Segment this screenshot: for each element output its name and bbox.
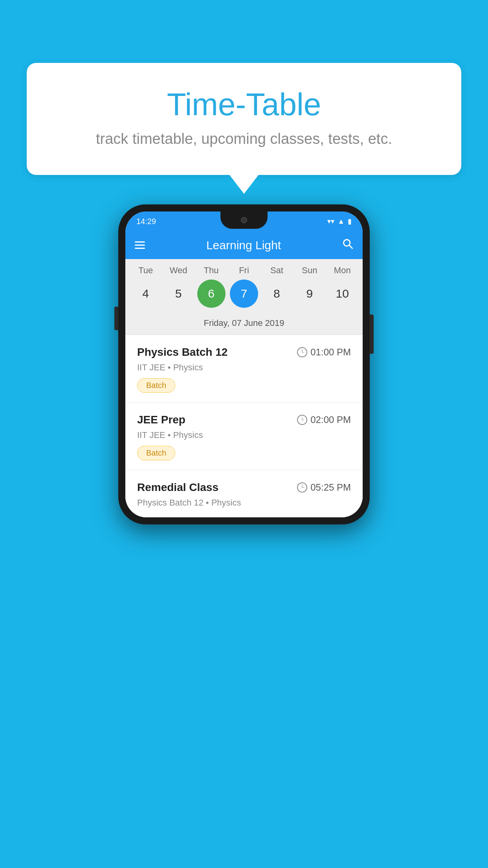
day-header-mon: Mon <box>328 265 356 276</box>
day-header-wed: Wed <box>164 265 193 276</box>
schedule-list: Physics Batch 12 01:00 PM IIT JEE • Phys… <box>125 335 363 517</box>
day-headers: Tue Wed Thu Fri Sat Sun Mon <box>125 265 363 280</box>
day-numbers: 4 5 6 7 8 9 10 <box>125 280 363 314</box>
bubble-title: Time-Table <box>58 86 430 123</box>
phone-screen: 14:29 ▾▾ ▲ ▮ Learning Light <box>125 211 363 517</box>
item-2-subtitle: IIT JEE • Physics <box>137 430 351 440</box>
schedule-item-2[interactable]: JEE Prep 02:00 PM IIT JEE • Physics Batc… <box>125 403 363 470</box>
item-2-title: JEE Prep <box>137 414 185 426</box>
day-6-today[interactable]: 6 <box>197 280 226 308</box>
day-header-fri: Fri <box>230 265 258 276</box>
item-1-batch-tag: Batch <box>137 378 175 393</box>
item-1-title: Physics Batch 12 <box>137 346 227 359</box>
schedule-item-1-header: Physics Batch 12 01:00 PM <box>137 346 351 359</box>
search-button[interactable] <box>342 238 353 252</box>
app-header: Learning Light <box>125 231 363 259</box>
item-3-time-text: 05:25 PM <box>310 482 351 493</box>
item-1-subtitle: IIT JEE • Physics <box>137 362 351 373</box>
schedule-item-2-header: JEE Prep 02:00 PM <box>137 414 351 426</box>
calendar-strip: Tue Wed Thu Fri Sat Sun Mon 4 5 6 7 8 9 … <box>125 259 363 335</box>
day-header-tue: Tue <box>132 265 160 276</box>
item-3-time: 05:25 PM <box>297 482 351 493</box>
day-header-thu: Thu <box>197 265 226 276</box>
phone-mockup: 14:29 ▾▾ ▲ ▮ Learning Light <box>118 204 370 524</box>
clock-icon-2 <box>297 415 307 425</box>
clock-icon-1 <box>297 347 307 357</box>
item-2-batch-tag: Batch <box>137 446 175 460</box>
notch <box>220 211 268 229</box>
item-1-time: 01:00 PM <box>297 347 351 358</box>
day-7-selected[interactable]: 7 <box>230 280 258 308</box>
selected-date-label: Friday, 07 June 2019 <box>125 314 363 335</box>
menu-button[interactable] <box>135 241 145 249</box>
day-header-sun: Sun <box>295 265 324 276</box>
speech-bubble: Time-Table track timetable, upcoming cla… <box>27 63 461 175</box>
camera <box>241 217 247 223</box>
item-1-time-text: 01:00 PM <box>310 347 351 358</box>
day-header-sat: Sat <box>262 265 291 276</box>
item-3-title: Remedial Class <box>137 481 218 494</box>
signal-icon: ▲ <box>338 217 345 226</box>
schedule-item-1[interactable]: Physics Batch 12 01:00 PM IIT JEE • Phys… <box>125 335 363 403</box>
speech-bubble-container: Time-Table track timetable, upcoming cla… <box>27 63 461 175</box>
svg-line-1 <box>349 245 352 248</box>
day-9[interactable]: 9 <box>295 280 324 308</box>
clock-icon-3 <box>297 482 307 493</box>
phone-outer-shell: 14:29 ▾▾ ▲ ▮ Learning Light <box>118 204 370 524</box>
app-title: Learning Light <box>145 239 342 252</box>
item-3-subtitle: Physics Batch 12 • Physics <box>137 498 351 508</box>
schedule-item-3[interactable]: Remedial Class 05:25 PM Physics Batch 12… <box>125 470 363 517</box>
item-2-time-text: 02:00 PM <box>310 414 351 425</box>
day-5[interactable]: 5 <box>164 280 193 308</box>
day-8[interactable]: 8 <box>262 280 291 308</box>
wifi-icon: ▾▾ <box>327 217 334 226</box>
day-4[interactable]: 4 <box>132 280 160 308</box>
day-10[interactable]: 10 <box>328 280 356 308</box>
schedule-item-3-header: Remedial Class 05:25 PM <box>137 481 351 494</box>
battery-icon: ▮ <box>348 217 352 226</box>
bubble-subtitle: track timetable, upcoming classes, tests… <box>58 131 430 147</box>
status-icons: ▾▾ ▲ ▮ <box>327 217 352 226</box>
status-time: 14:29 <box>136 217 156 226</box>
item-2-time: 02:00 PM <box>297 414 351 425</box>
status-bar: 14:29 ▾▾ ▲ ▮ <box>125 211 363 231</box>
